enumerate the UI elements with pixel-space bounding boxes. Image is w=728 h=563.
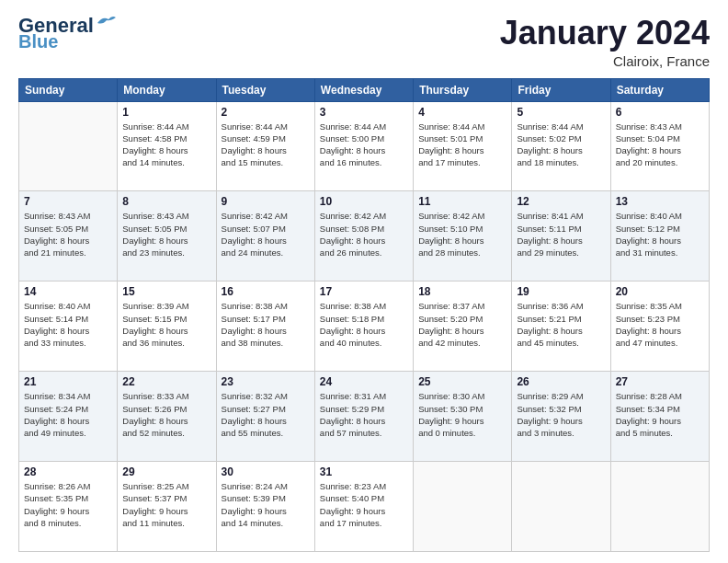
table-cell: 21Sunrise: 8:34 AM Sunset: 5:24 PM Dayli… xyxy=(19,372,118,462)
day-number: 27 xyxy=(616,375,704,388)
table-cell: 18Sunrise: 8:37 AM Sunset: 5:20 PM Dayli… xyxy=(414,282,512,372)
day-number: 22 xyxy=(122,375,210,388)
day-info: Sunrise: 8:44 AM Sunset: 5:00 PM Dayligh… xyxy=(320,121,408,169)
table-cell: 24Sunrise: 8:31 AM Sunset: 5:29 PM Dayli… xyxy=(314,372,413,462)
header-sunday: Sunday xyxy=(19,78,118,101)
day-number: 9 xyxy=(222,195,310,208)
table-cell: 25Sunrise: 8:30 AM Sunset: 5:30 PM Dayli… xyxy=(414,372,512,462)
day-info: Sunrise: 8:32 AM Sunset: 5:27 PM Dayligh… xyxy=(222,390,310,439)
header-monday: Monday xyxy=(118,78,216,101)
day-info: Sunrise: 8:23 AM Sunset: 5:40 PM Dayligh… xyxy=(320,480,408,529)
day-info: Sunrise: 8:36 AM Sunset: 5:21 PM Dayligh… xyxy=(517,300,605,349)
day-info: Sunrise: 8:44 AM Sunset: 5:01 PM Dayligh… xyxy=(418,121,506,169)
table-cell: 30Sunrise: 8:24 AM Sunset: 5:39 PM Dayli… xyxy=(216,462,314,552)
day-number: 30 xyxy=(222,465,310,478)
logo: General Blue xyxy=(18,15,116,52)
day-info: Sunrise: 8:42 AM Sunset: 5:10 PM Dayligh… xyxy=(418,210,506,259)
calendar-header-row: Sunday Monday Tuesday Wednesday Thursday… xyxy=(19,78,710,101)
table-cell: 13Sunrise: 8:40 AM Sunset: 5:12 PM Dayli… xyxy=(610,191,709,282)
table-cell: 28Sunrise: 8:26 AM Sunset: 5:35 PM Dayli… xyxy=(19,462,118,552)
day-info: Sunrise: 8:41 AM Sunset: 5:11 PM Dayligh… xyxy=(517,210,605,259)
day-info: Sunrise: 8:31 AM Sunset: 5:29 PM Dayligh… xyxy=(320,390,408,439)
table-cell: 11Sunrise: 8:42 AM Sunset: 5:10 PM Dayli… xyxy=(414,191,512,282)
day-number: 11 xyxy=(418,195,506,208)
day-number: 31 xyxy=(320,465,408,478)
header-thursday: Thursday xyxy=(414,78,512,101)
bird-icon xyxy=(96,14,116,30)
day-info: Sunrise: 8:28 AM Sunset: 5:34 PM Dayligh… xyxy=(616,390,704,439)
day-number: 2 xyxy=(222,106,310,119)
table-cell: 4Sunrise: 8:44 AM Sunset: 5:01 PM Daylig… xyxy=(414,101,512,191)
location: Clairoix, France xyxy=(500,53,710,69)
calendar-row: 7Sunrise: 8:43 AM Sunset: 5:05 PM Daylig… xyxy=(19,191,710,282)
header-tuesday: Tuesday xyxy=(216,78,314,101)
day-number: 28 xyxy=(24,465,112,478)
table-cell: 17Sunrise: 8:38 AM Sunset: 5:18 PM Dayli… xyxy=(314,282,413,372)
day-info: Sunrise: 8:42 AM Sunset: 5:08 PM Dayligh… xyxy=(320,210,408,259)
table-cell: 6Sunrise: 8:43 AM Sunset: 5:04 PM Daylig… xyxy=(610,101,709,191)
table-cell xyxy=(610,462,709,552)
table-cell: 3Sunrise: 8:44 AM Sunset: 5:00 PM Daylig… xyxy=(314,101,413,191)
table-cell: 29Sunrise: 8:25 AM Sunset: 5:37 PM Dayli… xyxy=(118,462,216,552)
table-cell: 27Sunrise: 8:28 AM Sunset: 5:34 PM Dayli… xyxy=(610,372,709,462)
day-number: 23 xyxy=(222,375,310,388)
day-info: Sunrise: 8:40 AM Sunset: 5:12 PM Dayligh… xyxy=(616,210,704,259)
day-number: 29 xyxy=(122,465,210,478)
day-info: Sunrise: 8:40 AM Sunset: 5:14 PM Dayligh… xyxy=(24,300,112,349)
table-cell: 2Sunrise: 8:44 AM Sunset: 4:59 PM Daylig… xyxy=(216,101,314,191)
calendar-row: 1Sunrise: 8:44 AM Sunset: 4:58 PM Daylig… xyxy=(19,101,710,191)
day-info: Sunrise: 8:43 AM Sunset: 5:05 PM Dayligh… xyxy=(122,210,210,259)
day-info: Sunrise: 8:38 AM Sunset: 5:17 PM Dayligh… xyxy=(222,300,310,349)
calendar-table: Sunday Monday Tuesday Wednesday Thursday… xyxy=(18,78,710,552)
day-info: Sunrise: 8:25 AM Sunset: 5:37 PM Dayligh… xyxy=(122,480,210,529)
header: General Blue January 2024 Clairoix, Fran… xyxy=(18,15,710,69)
day-info: Sunrise: 8:34 AM Sunset: 5:24 PM Dayligh… xyxy=(24,390,112,439)
header-saturday: Saturday xyxy=(610,78,709,101)
day-info: Sunrise: 8:43 AM Sunset: 5:04 PM Dayligh… xyxy=(616,121,704,169)
table-cell: 19Sunrise: 8:36 AM Sunset: 5:21 PM Dayli… xyxy=(512,282,610,372)
table-cell: 20Sunrise: 8:35 AM Sunset: 5:23 PM Dayli… xyxy=(610,282,709,372)
day-number: 7 xyxy=(24,195,112,208)
day-number: 14 xyxy=(24,285,112,298)
table-cell: 10Sunrise: 8:42 AM Sunset: 5:08 PM Dayli… xyxy=(314,191,413,282)
day-number: 17 xyxy=(320,285,408,298)
day-number: 3 xyxy=(320,106,408,119)
day-number: 18 xyxy=(418,285,506,298)
table-cell xyxy=(414,462,512,552)
day-info: Sunrise: 8:29 AM Sunset: 5:32 PM Dayligh… xyxy=(517,390,605,439)
day-info: Sunrise: 8:38 AM Sunset: 5:18 PM Dayligh… xyxy=(320,300,408,349)
day-info: Sunrise: 8:24 AM Sunset: 5:39 PM Dayligh… xyxy=(222,480,310,529)
month-title: January 2024 xyxy=(500,15,710,52)
title-block: January 2024 Clairoix, France xyxy=(500,15,710,69)
day-info: Sunrise: 8:44 AM Sunset: 4:58 PM Dayligh… xyxy=(122,121,210,169)
day-info: Sunrise: 8:33 AM Sunset: 5:26 PM Dayligh… xyxy=(122,390,210,439)
table-cell: 15Sunrise: 8:39 AM Sunset: 5:15 PM Dayli… xyxy=(118,282,216,372)
day-number: 8 xyxy=(122,195,210,208)
day-info: Sunrise: 8:35 AM Sunset: 5:23 PM Dayligh… xyxy=(616,300,704,349)
day-info: Sunrise: 8:26 AM Sunset: 5:35 PM Dayligh… xyxy=(24,480,112,529)
day-number: 13 xyxy=(616,195,704,208)
table-cell: 16Sunrise: 8:38 AM Sunset: 5:17 PM Dayli… xyxy=(216,282,314,372)
day-number: 6 xyxy=(616,106,704,119)
day-number: 10 xyxy=(320,195,408,208)
table-cell: 5Sunrise: 8:44 AM Sunset: 5:02 PM Daylig… xyxy=(512,101,610,191)
day-number: 15 xyxy=(122,285,210,298)
page: General Blue January 2024 Clairoix, Fran… xyxy=(0,0,728,563)
day-info: Sunrise: 8:37 AM Sunset: 5:20 PM Dayligh… xyxy=(418,300,506,349)
logo-blue-text: Blue xyxy=(18,31,58,52)
day-info: Sunrise: 8:42 AM Sunset: 5:07 PM Dayligh… xyxy=(222,210,310,259)
day-info: Sunrise: 8:44 AM Sunset: 4:59 PM Dayligh… xyxy=(222,121,310,169)
table-cell: 31Sunrise: 8:23 AM Sunset: 5:40 PM Dayli… xyxy=(314,462,413,552)
table-cell: 23Sunrise: 8:32 AM Sunset: 5:27 PM Dayli… xyxy=(216,372,314,462)
day-info: Sunrise: 8:39 AM Sunset: 5:15 PM Dayligh… xyxy=(122,300,210,349)
table-cell: 26Sunrise: 8:29 AM Sunset: 5:32 PM Dayli… xyxy=(512,372,610,462)
calendar-row: 28Sunrise: 8:26 AM Sunset: 5:35 PM Dayli… xyxy=(19,462,710,552)
header-friday: Friday xyxy=(512,78,610,101)
header-wednesday: Wednesday xyxy=(314,78,413,101)
table-cell: 8Sunrise: 8:43 AM Sunset: 5:05 PM Daylig… xyxy=(118,191,216,282)
calendar-row: 14Sunrise: 8:40 AM Sunset: 5:14 PM Dayli… xyxy=(19,282,710,372)
day-info: Sunrise: 8:43 AM Sunset: 5:05 PM Dayligh… xyxy=(24,210,112,259)
day-number: 4 xyxy=(418,106,506,119)
table-cell: 14Sunrise: 8:40 AM Sunset: 5:14 PM Dayli… xyxy=(19,282,118,372)
day-number: 19 xyxy=(517,285,605,298)
